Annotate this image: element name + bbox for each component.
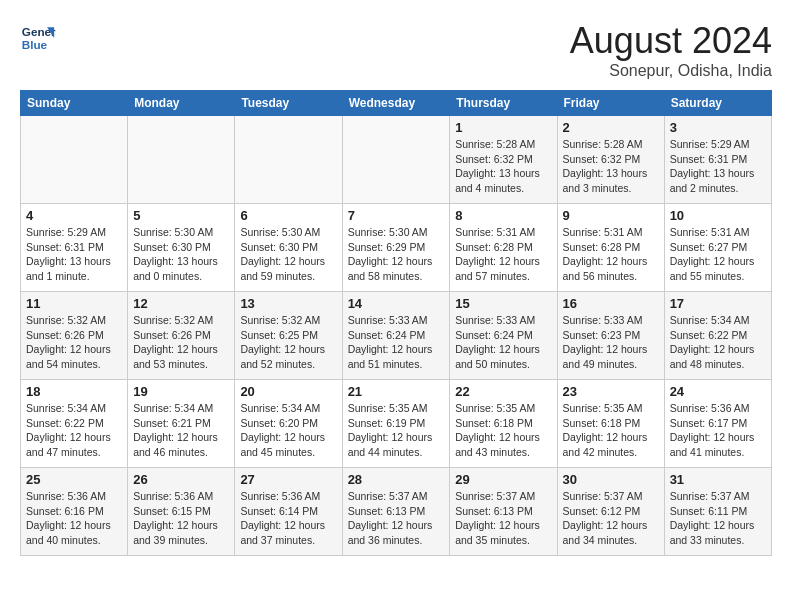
day-number: 12	[133, 296, 229, 311]
day-info: Sunrise: 5:35 AM Sunset: 6:18 PM Dayligh…	[563, 401, 659, 460]
day-number: 19	[133, 384, 229, 399]
calendar-cell: 27Sunrise: 5:36 AM Sunset: 6:14 PM Dayli…	[235, 468, 342, 556]
calendar-cell: 18Sunrise: 5:34 AM Sunset: 6:22 PM Dayli…	[21, 380, 128, 468]
weekday-header-thursday: Thursday	[450, 91, 557, 116]
calendar-cell: 25Sunrise: 5:36 AM Sunset: 6:16 PM Dayli…	[21, 468, 128, 556]
day-number: 6	[240, 208, 336, 223]
day-info: Sunrise: 5:30 AM Sunset: 6:30 PM Dayligh…	[240, 225, 336, 284]
calendar-cell: 9Sunrise: 5:31 AM Sunset: 6:28 PM Daylig…	[557, 204, 664, 292]
day-number: 30	[563, 472, 659, 487]
day-info: Sunrise: 5:36 AM Sunset: 6:15 PM Dayligh…	[133, 489, 229, 548]
day-info: Sunrise: 5:36 AM Sunset: 6:14 PM Dayligh…	[240, 489, 336, 548]
day-number: 29	[455, 472, 551, 487]
day-info: Sunrise: 5:32 AM Sunset: 6:25 PM Dayligh…	[240, 313, 336, 372]
day-number: 31	[670, 472, 766, 487]
day-number: 23	[563, 384, 659, 399]
day-info: Sunrise: 5:32 AM Sunset: 6:26 PM Dayligh…	[133, 313, 229, 372]
day-number: 18	[26, 384, 122, 399]
calendar-cell: 12Sunrise: 5:32 AM Sunset: 6:26 PM Dayli…	[128, 292, 235, 380]
weekday-header-row: SundayMondayTuesdayWednesdayThursdayFrid…	[21, 91, 772, 116]
calendar-cell: 19Sunrise: 5:34 AM Sunset: 6:21 PM Dayli…	[128, 380, 235, 468]
day-number: 26	[133, 472, 229, 487]
calendar-cell: 28Sunrise: 5:37 AM Sunset: 6:13 PM Dayli…	[342, 468, 450, 556]
calendar-week-row: 18Sunrise: 5:34 AM Sunset: 6:22 PM Dayli…	[21, 380, 772, 468]
weekday-header-tuesday: Tuesday	[235, 91, 342, 116]
day-info: Sunrise: 5:37 AM Sunset: 6:11 PM Dayligh…	[670, 489, 766, 548]
day-number: 11	[26, 296, 122, 311]
calendar-cell: 29Sunrise: 5:37 AM Sunset: 6:13 PM Dayli…	[450, 468, 557, 556]
calendar-cell	[235, 116, 342, 204]
calendar-cell: 2Sunrise: 5:28 AM Sunset: 6:32 PM Daylig…	[557, 116, 664, 204]
logo: General Blue	[20, 20, 56, 56]
calendar-cell: 1Sunrise: 5:28 AM Sunset: 6:32 PM Daylig…	[450, 116, 557, 204]
calendar-cell: 21Sunrise: 5:35 AM Sunset: 6:19 PM Dayli…	[342, 380, 450, 468]
day-info: Sunrise: 5:29 AM Sunset: 6:31 PM Dayligh…	[26, 225, 122, 284]
calendar-cell: 20Sunrise: 5:34 AM Sunset: 6:20 PM Dayli…	[235, 380, 342, 468]
day-info: Sunrise: 5:34 AM Sunset: 6:22 PM Dayligh…	[26, 401, 122, 460]
calendar-cell: 22Sunrise: 5:35 AM Sunset: 6:18 PM Dayli…	[450, 380, 557, 468]
day-info: Sunrise: 5:37 AM Sunset: 6:13 PM Dayligh…	[348, 489, 445, 548]
weekday-header-friday: Friday	[557, 91, 664, 116]
day-info: Sunrise: 5:33 AM Sunset: 6:23 PM Dayligh…	[563, 313, 659, 372]
day-info: Sunrise: 5:28 AM Sunset: 6:32 PM Dayligh…	[563, 137, 659, 196]
calendar-cell: 17Sunrise: 5:34 AM Sunset: 6:22 PM Dayli…	[664, 292, 771, 380]
calendar-cell: 7Sunrise: 5:30 AM Sunset: 6:29 PM Daylig…	[342, 204, 450, 292]
day-info: Sunrise: 5:30 AM Sunset: 6:30 PM Dayligh…	[133, 225, 229, 284]
title-area: August 2024 Sonepur, Odisha, India	[570, 20, 772, 80]
day-info: Sunrise: 5:34 AM Sunset: 6:20 PM Dayligh…	[240, 401, 336, 460]
calendar-week-row: 25Sunrise: 5:36 AM Sunset: 6:16 PM Dayli…	[21, 468, 772, 556]
day-number: 21	[348, 384, 445, 399]
day-number: 5	[133, 208, 229, 223]
day-number: 4	[26, 208, 122, 223]
day-info: Sunrise: 5:33 AM Sunset: 6:24 PM Dayligh…	[348, 313, 445, 372]
day-number: 28	[348, 472, 445, 487]
calendar-cell: 31Sunrise: 5:37 AM Sunset: 6:11 PM Dayli…	[664, 468, 771, 556]
weekday-header-sunday: Sunday	[21, 91, 128, 116]
day-info: Sunrise: 5:30 AM Sunset: 6:29 PM Dayligh…	[348, 225, 445, 284]
day-info: Sunrise: 5:32 AM Sunset: 6:26 PM Dayligh…	[26, 313, 122, 372]
calendar-cell: 15Sunrise: 5:33 AM Sunset: 6:24 PM Dayli…	[450, 292, 557, 380]
calendar-cell	[342, 116, 450, 204]
day-number: 17	[670, 296, 766, 311]
calendar-cell: 4Sunrise: 5:29 AM Sunset: 6:31 PM Daylig…	[21, 204, 128, 292]
calendar-cell: 6Sunrise: 5:30 AM Sunset: 6:30 PM Daylig…	[235, 204, 342, 292]
day-info: Sunrise: 5:36 AM Sunset: 6:17 PM Dayligh…	[670, 401, 766, 460]
day-number: 22	[455, 384, 551, 399]
calendar-week-row: 4Sunrise: 5:29 AM Sunset: 6:31 PM Daylig…	[21, 204, 772, 292]
calendar-cell: 16Sunrise: 5:33 AM Sunset: 6:23 PM Dayli…	[557, 292, 664, 380]
day-number: 27	[240, 472, 336, 487]
logo-icon: General Blue	[20, 20, 56, 56]
day-number: 2	[563, 120, 659, 135]
calendar-table: SundayMondayTuesdayWednesdayThursdayFrid…	[20, 90, 772, 556]
calendar-week-row: 1Sunrise: 5:28 AM Sunset: 6:32 PM Daylig…	[21, 116, 772, 204]
calendar-cell: 10Sunrise: 5:31 AM Sunset: 6:27 PM Dayli…	[664, 204, 771, 292]
day-info: Sunrise: 5:31 AM Sunset: 6:27 PM Dayligh…	[670, 225, 766, 284]
calendar-cell: 11Sunrise: 5:32 AM Sunset: 6:26 PM Dayli…	[21, 292, 128, 380]
day-number: 16	[563, 296, 659, 311]
page-header: General Blue August 2024 Sonepur, Odisha…	[20, 20, 772, 80]
day-info: Sunrise: 5:33 AM Sunset: 6:24 PM Dayligh…	[455, 313, 551, 372]
day-number: 14	[348, 296, 445, 311]
day-number: 9	[563, 208, 659, 223]
day-number: 8	[455, 208, 551, 223]
day-info: Sunrise: 5:31 AM Sunset: 6:28 PM Dayligh…	[563, 225, 659, 284]
day-number: 25	[26, 472, 122, 487]
calendar-cell: 23Sunrise: 5:35 AM Sunset: 6:18 PM Dayli…	[557, 380, 664, 468]
day-info: Sunrise: 5:35 AM Sunset: 6:18 PM Dayligh…	[455, 401, 551, 460]
day-number: 7	[348, 208, 445, 223]
svg-text:Blue: Blue	[22, 38, 48, 51]
day-info: Sunrise: 5:34 AM Sunset: 6:21 PM Dayligh…	[133, 401, 229, 460]
calendar-week-row: 11Sunrise: 5:32 AM Sunset: 6:26 PM Dayli…	[21, 292, 772, 380]
day-number: 24	[670, 384, 766, 399]
calendar-cell	[21, 116, 128, 204]
calendar-cell: 14Sunrise: 5:33 AM Sunset: 6:24 PM Dayli…	[342, 292, 450, 380]
calendar-cell: 5Sunrise: 5:30 AM Sunset: 6:30 PM Daylig…	[128, 204, 235, 292]
calendar-cell: 8Sunrise: 5:31 AM Sunset: 6:28 PM Daylig…	[450, 204, 557, 292]
day-info: Sunrise: 5:37 AM Sunset: 6:13 PM Dayligh…	[455, 489, 551, 548]
calendar-cell: 30Sunrise: 5:37 AM Sunset: 6:12 PM Dayli…	[557, 468, 664, 556]
day-number: 3	[670, 120, 766, 135]
day-info: Sunrise: 5:29 AM Sunset: 6:31 PM Dayligh…	[670, 137, 766, 196]
location-subtitle: Sonepur, Odisha, India	[570, 62, 772, 80]
weekday-header-wednesday: Wednesday	[342, 91, 450, 116]
day-number: 1	[455, 120, 551, 135]
